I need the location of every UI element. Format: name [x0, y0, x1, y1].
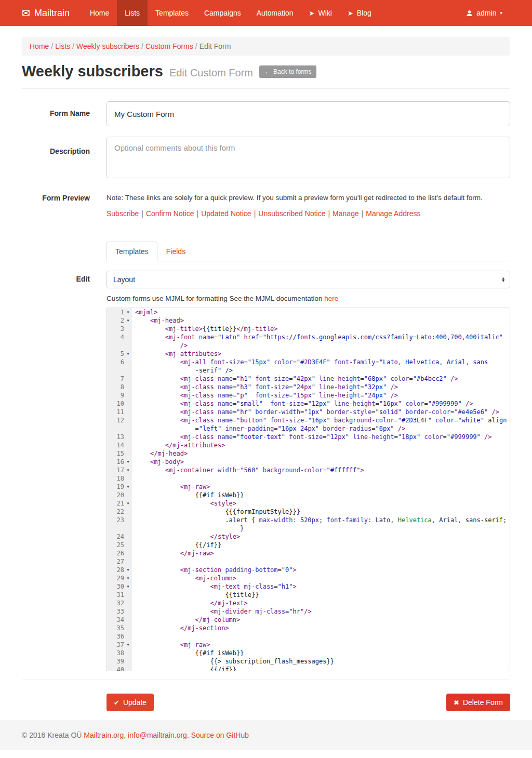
code-line[interactable]: {{#if isWeb}} [135, 491, 510, 499]
tab-fields[interactable]: Fields [157, 242, 194, 261]
nav-item-lists[interactable]: Lists [117, 0, 148, 26]
code-line[interactable]: <mj-class name="h3" font-size="24px" lin… [135, 383, 510, 391]
breadcrumb-link[interactable]: Custom Forms [145, 42, 193, 50]
code-line[interactable]: <mjml> [135, 308, 510, 316]
footer-link[interactable]: info@mailtrain.org [128, 731, 187, 739]
mjml-doc-link[interactable]: here [324, 295, 338, 302]
delete-form-button[interactable]: ✖ Delete Form [446, 694, 510, 711]
nav-item-campaigns[interactable]: Campaigns [196, 0, 249, 26]
code-line[interactable]: <mj-section padding-bottom="0"> [135, 566, 510, 574]
fold-toggle-icon[interactable]: ▾ [124, 641, 132, 649]
code-line[interactable]: {{/if}} [135, 666, 510, 671]
back-to-forms-button[interactable]: ← Back to forms [259, 65, 316, 78]
code-line[interactable]: <mj-class name="h1" font-size="42px" lin… [135, 375, 510, 383]
user-menu[interactable]: admin ▾ [458, 0, 510, 26]
fold-spacer [124, 491, 132, 499]
code-line[interactable]: <mj-text mj-class="h1"> [135, 582, 510, 591]
nav-item-automation[interactable]: Automation [249, 0, 301, 26]
gutter-line[interactable]: 16▾ [107, 458, 132, 466]
preview-link[interactable]: Unsubscribed Notice [258, 209, 325, 218]
fold-toggle-icon[interactable]: ▾ [124, 574, 132, 582]
code-line[interactable]: <mj-title>{{title}}</mj-title> [135, 325, 510, 333]
code-line[interactable]: </mj-attributes> [135, 441, 510, 449]
code-line[interactable]: <mj-body> [135, 458, 510, 466]
description-textarea[interactable] [107, 137, 510, 178]
code-line[interactable]: <mj-raw> [135, 483, 510, 491]
fold-toggle-icon[interactable]: ▾ [124, 350, 132, 358]
code-line[interactable]: </mj-section> [135, 624, 510, 632]
fold-toggle-icon[interactable]: ▾ [124, 466, 132, 474]
preview-link[interactable]: Confirm Notice [146, 209, 194, 218]
code-line[interactable]: <mj-font name="Lato" href="https://fonts… [135, 333, 510, 341]
code-line[interactable]: {{title}} [135, 591, 510, 599]
form-name-input[interactable] [107, 101, 510, 126]
breadcrumb-link[interactable]: Lists [55, 42, 70, 50]
editor-code[interactable]: <mjml> <mj-head> <mj-title>{{title}}</mj… [132, 308, 510, 671]
nav-item-blog[interactable]: ➤Blog [340, 0, 379, 26]
fold-toggle-icon[interactable]: ▾ [124, 316, 132, 325]
footer-link[interactable]: Source on GitHub [191, 731, 249, 739]
code-line[interactable]: <mj-divider mj-class="hr"/> [135, 607, 510, 616]
edit-template-select[interactable]: Layout ▴ ▾ [107, 271, 510, 288]
preview-link[interactable]: Manage [332, 209, 359, 218]
gutter-line[interactable]: 1▾ [107, 308, 132, 316]
preview-link[interactable]: Subscribe [107, 209, 139, 218]
code-line[interactable]: .alert { max-width: 520px; font-family: … [135, 516, 510, 524]
fold-toggle-icon[interactable]: ▾ [124, 458, 132, 466]
gutter-line[interactable]: 37▾ [107, 641, 132, 649]
code-line[interactable]: <mj-head> [135, 316, 510, 325]
gutter-line[interactable]: 5▾ [107, 350, 132, 358]
fold-toggle-icon[interactable]: ▾ [124, 308, 132, 316]
code-line[interactable]: <mj-class name="footer-text" font-size="… [135, 433, 510, 441]
gutter-line[interactable]: 21▾ [107, 499, 132, 508]
code-line[interactable]: <mj-attributes> [135, 350, 510, 358]
code-line[interactable] [135, 632, 510, 641]
breadcrumb-link[interactable]: Weekly subscribers [76, 42, 139, 50]
fold-toggle-icon[interactable]: ▾ [124, 566, 132, 574]
code-line[interactable]: {{#if isWeb}} [135, 649, 510, 657]
code-line[interactable]: <mj-class name="button" font-size="16px"… [135, 416, 510, 424]
nav-item-home[interactable]: Home [82, 0, 117, 26]
code-line[interactable]: <mj-raw> [135, 641, 510, 649]
code-line[interactable]: </mj-head> [135, 449, 510, 458]
brand-link[interactable]: ✉ Mailtrain [22, 0, 82, 26]
code-line[interactable]: <mj-column> [135, 574, 510, 582]
gutter-line[interactable]: 30▾ [107, 582, 132, 591]
code-line[interactable] [135, 557, 510, 566]
fold-toggle-icon[interactable]: ▾ [124, 499, 132, 508]
gutter-line[interactable]: 28▾ [107, 566, 132, 574]
preview-link[interactable]: Updated Notice [201, 209, 251, 218]
code-line[interactable]: {{> subscription_flash_messages}} [135, 657, 510, 666]
code-line[interactable]: </mj-raw> [135, 549, 510, 557]
fold-toggle-icon[interactable]: ▾ [124, 582, 132, 591]
code-line[interactable]: <mj-all font-size="15px" color="#2D3E4F"… [135, 358, 510, 366]
code-line[interactable]: {{/if}} [135, 541, 510, 549]
preview-link[interactable]: Manage Address [366, 209, 420, 218]
code-line[interactable]: <style> [135, 499, 510, 508]
code-line[interactable]: </style> [135, 533, 510, 541]
breadcrumb-link[interactable]: Home [30, 42, 49, 50]
gutter-line[interactable]: 29▾ [107, 574, 132, 582]
code-line[interactable]: <mj-container width="560" background-col… [135, 466, 510, 474]
code-line[interactable]: <mj-class name="small" font-size="12px" … [135, 400, 510, 408]
tab-templates[interactable]: Templates [107, 242, 157, 261]
code-line[interactable]: </mj-column> [135, 616, 510, 624]
mjml-code-editor[interactable]: 1▾2▾345▾678910111213141516▾17▾1819▾2021▾… [107, 308, 510, 671]
fold-toggle-icon[interactable]: ▾ [124, 483, 132, 491]
code-line[interactable]: ="left" inner-padding="16px 24px" border… [135, 424, 510, 433]
gutter-line[interactable]: 17▾ [107, 466, 132, 474]
code-line[interactable]: /> [135, 341, 510, 350]
code-line[interactable]: <mj-class name="p" font-size="15px" line… [135, 391, 510, 400]
code-line[interactable]: <mj-class name="hr" border-width="1px" b… [135, 408, 510, 416]
nav-item-wiki[interactable]: ➤Wiki [301, 0, 340, 26]
code-line[interactable]: </mj-text> [135, 599, 510, 607]
code-line[interactable]: -serif" /> [135, 366, 510, 375]
gutter-line[interactable]: 2▾ [107, 316, 132, 325]
gutter-line[interactable]: 19▾ [107, 483, 132, 491]
code-line[interactable]: } [135, 524, 510, 533]
footer-link[interactable]: Mailtrain.org [84, 731, 124, 739]
code-line[interactable]: {{{formInputStyle}}} [135, 508, 510, 516]
update-button[interactable]: ✔ Update [107, 694, 154, 711]
code-line[interactable] [135, 474, 510, 483]
nav-item-templates[interactable]: Templates [148, 0, 196, 26]
